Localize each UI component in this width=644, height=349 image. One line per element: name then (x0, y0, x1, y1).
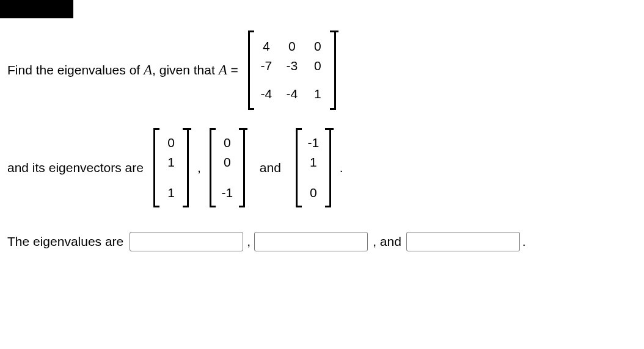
matA-r2c1: -4 (284, 87, 301, 101)
v3-a: -1 (307, 135, 320, 150)
ans-sep2: , and (373, 234, 401, 249)
prompt-part1: Find the eigenvalues of (7, 63, 144, 77)
matA-r0c1: 0 (284, 39, 301, 54)
redacted-block (0, 0, 73, 18)
matA-r1c1: -3 (284, 59, 301, 73)
v3-c: 0 (307, 185, 320, 200)
bracket-right-icon (331, 31, 338, 110)
eigenvectors-row: and its eigenvectors are 0 1 1 , 0 0 -1 … (7, 128, 529, 207)
problem-statement-row: Find the eigenvalues of A, given that A … (7, 31, 529, 110)
v1-c: 1 (164, 185, 178, 200)
prompt-text: Find the eigenvalues of A, given that A … (7, 62, 238, 78)
bracket-right-icon (326, 128, 334, 207)
bracket-left-icon (207, 128, 214, 207)
var-A-1: A (144, 62, 152, 77)
bracket-left-icon (246, 31, 253, 110)
eigenvectors-lead: and its eigenvectors are (7, 160, 144, 175)
eigenvector-3: -1 1 0 (293, 128, 334, 207)
matA-r0c2: 0 (309, 39, 326, 54)
bracket-left-icon (293, 128, 301, 207)
matA-r1c2: 0 (309, 59, 326, 73)
v1-a: 0 (164, 135, 178, 150)
v2-b: 0 (221, 155, 234, 170)
matA-r0c0: 4 (258, 39, 275, 54)
ans-sep1: , (247, 234, 251, 249)
vec-end-period: . (340, 160, 343, 175)
prompt-part2: , given that (152, 63, 219, 77)
eigenvector-1: 0 1 1 (151, 128, 191, 207)
var-A-2: A (219, 62, 227, 77)
prompt-eq: = (227, 63, 238, 77)
bracket-right-icon (184, 128, 191, 207)
matA-r2c2: 1 (309, 87, 326, 101)
matA-r1c0: -7 (258, 59, 275, 73)
bracket-right-icon (240, 128, 247, 207)
eigenvector-2: 0 0 -1 (207, 128, 247, 207)
matrix-A: 4 0 0 -7 -3 0 -4 -4 1 (246, 31, 338, 110)
matA-r2c0: -4 (258, 87, 275, 101)
eigenvalue-input-3[interactable] (406, 232, 520, 251)
answer-lead: The eigenvalues are (7, 234, 123, 249)
v3-b: 1 (307, 155, 320, 170)
v1-b: 1 (164, 155, 178, 170)
v2-c: -1 (221, 185, 234, 200)
vec-sep-and: and (260, 160, 281, 175)
answer-row: The eigenvalues are , , and . (7, 232, 529, 251)
vec-sep-comma: , (197, 160, 201, 175)
ans-end: . (522, 234, 526, 249)
bracket-left-icon (151, 128, 158, 207)
v2-a: 0 (221, 135, 234, 150)
eigenvalue-input-1[interactable] (130, 232, 243, 251)
eigenvalue-input-2[interactable] (254, 232, 368, 251)
